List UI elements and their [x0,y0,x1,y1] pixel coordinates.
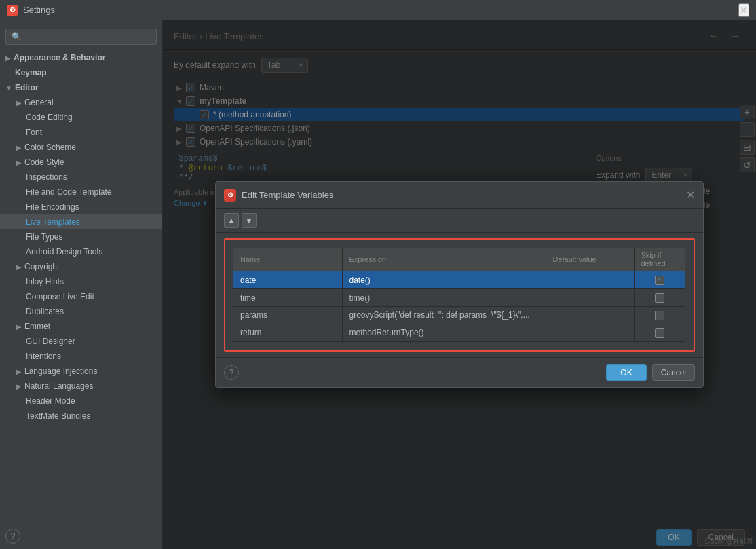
sidebar-item-code-style[interactable]: ▶Code Style [0,155,162,170]
sidebar-item-live-templates[interactable]: Live Templates [0,214,162,229]
sidebar-item-inspections[interactable]: Inspections [0,170,162,185]
table-cell-expression-2: groovyScript("def result=''; def params=… [342,307,546,324]
sidebar-label-intentions: Intentions [26,352,61,361]
sidebar-label-duplicates: Duplicates [26,307,64,316]
sidebar-item-textmate-bundles[interactable]: TextMate Bundles [0,409,162,423]
sidebar-item-inlay-hints[interactable]: Inlay Hints [0,274,162,289]
sidebar-arrow-color-scheme: ▶ [16,144,22,151]
sidebar-item-font[interactable]: Font [0,125,162,140]
modal-dialog: ⚙ Edit Template Variables ✕ ▲ ▼ Name [215,181,704,387]
title-bar: ⚙ Settings ✕ [0,0,756,20]
sidebar-item-duplicates[interactable]: Duplicates [0,304,162,319]
sidebar: ▶Appearance & BehaviorKeymap▼Editor▶Gene… [0,20,163,549]
modal-help-button[interactable]: ? [224,365,239,380]
sidebar-label-reader-mode: Reader Mode [26,396,75,406]
window-title: Settings [23,5,738,15]
table-body: datedate()timetime()paramsgroovyScript("… [233,271,685,341]
sidebar-item-android-design-tools[interactable]: Android Design Tools [0,244,162,259]
sidebar-item-natural-languages[interactable]: ▶Natural Languages [0,379,162,394]
table-row[interactable]: paramsgroovyScript("def result=''; def p… [233,307,685,324]
sidebar-label-code-style: Code Style [24,157,64,167]
table-cell-default-1 [546,289,634,307]
table-cell-name-2: params [233,307,342,324]
table-row[interactable]: datedate() [233,271,685,289]
table-cell-name-0: date [233,271,342,289]
modal-icon: ⚙ [224,189,236,202]
sidebar-label-inlay-hints: Inlay Hints [26,277,64,286]
table-cell-expression-0: date() [342,271,546,289]
variables-table: Name Expression Default value Skip if de… [233,248,685,341]
search-input[interactable] [5,29,157,45]
modal-header: ⚙ Edit Template Variables ✕ [216,182,703,209]
table-row[interactable]: timetime() [233,289,685,307]
sidebar-item-compose-live-edit[interactable]: Compose Live Edit [0,289,162,304]
sidebar-item-reader-mode[interactable]: Reader Mode [0,394,162,409]
table-cell-skip-0[interactable] [634,271,685,289]
skip-checkbox-3[interactable] [655,328,664,338]
modal-overlay: ⚙ Edit Template Variables ✕ ▲ ▼ Name [163,20,756,549]
modal-footer-right: OK Cancel [606,364,695,381]
sidebar-item-general[interactable]: ▶General [0,95,162,110]
sidebar-label-code-editing: Code Editing [26,113,73,122]
sidebar-item-code-editing[interactable]: Code Editing [0,110,162,125]
sidebar-arrow-code-style: ▶ [16,159,22,166]
sidebar-label-color-scheme: Color Scheme [24,143,76,152]
sidebar-item-gui-designer[interactable]: GUI Designer [0,334,162,349]
main-layout: ▶Appearance & BehaviorKeymap▼Editor▶Gene… [0,20,756,549]
sidebar-item-editor[interactable]: ▼Editor [0,80,162,95]
skip-checkbox-2[interactable] [655,311,664,320]
sidebar-item-file-types[interactable]: File Types [0,229,162,244]
sidebar-label-natural-languages: Natural Languages [24,381,93,391]
sidebar-item-color-scheme[interactable]: ▶Color Scheme [0,140,162,155]
close-button[interactable]: ✕ [738,3,749,17]
sidebar-arrow-emmet: ▶ [16,323,22,330]
sidebar-label-emmet: Emmet [24,322,50,331]
table-cell-default-2 [546,307,634,324]
table-cell-default-0 [546,271,634,289]
sidebar-arrow-copyright: ▶ [16,263,22,271]
modal-down-button[interactable]: ▼ [242,213,257,228]
modal-footer-left: ? [224,365,239,380]
sidebar-arrow-language-injections: ▶ [16,368,22,375]
sidebar-item-keymap[interactable]: Keymap [0,65,162,80]
col-default-value: Default value [546,248,634,271]
sidebar-item-appearance[interactable]: ▶Appearance & Behavior [0,50,162,65]
table-cell-skip-2[interactable] [634,307,685,324]
sidebar-label-live-templates: Live Templates [26,217,80,227]
modal-close-button[interactable]: ✕ [686,189,695,202]
sidebar-label-language-injections: Language Injections [24,366,97,376]
app-icon: ⚙ [7,5,18,16]
table-row[interactable]: returnmethodReturnType() [233,324,685,341]
sidebar-item-copyright[interactable]: ▶Copyright [0,259,162,274]
sidebar-item-file-code-template[interactable]: File and Code Template [0,185,162,200]
sidebar-arrow-editor: ▼ [5,84,12,92]
sidebar-item-language-injections[interactable]: ▶Language Injections [0,364,162,379]
sidebar-label-compose-live-edit: Compose Live Edit [26,292,94,301]
modal-ok-button[interactable]: OK [606,364,646,381]
modal-footer: ? OK Cancel [216,357,703,387]
table-header-row: Name Expression Default value Skip if de… [233,248,685,271]
col-skip: Skip if defined [634,248,685,271]
skip-checkbox-1[interactable] [655,293,664,303]
skip-checkbox-0[interactable] [655,276,664,285]
sidebar-item-emmet[interactable]: ▶Emmet [0,319,162,334]
sidebar-label-file-code-template: File and Code Template [26,187,112,197]
modal-cancel-button[interactable]: Cancel [652,364,695,381]
table-cell-name-1: time [233,289,342,307]
sidebar-label-android-design-tools: Android Design Tools [26,247,102,257]
sidebar-arrow-appearance: ▶ [5,54,11,62]
sidebar-label-inspections: Inspections [26,172,67,182]
modal-title-row: ⚙ Edit Template Variables [224,189,333,202]
table-cell-skip-1[interactable] [634,289,685,307]
table-cell-skip-3[interactable] [634,324,685,341]
col-name: Name [233,248,342,271]
modal-up-button[interactable]: ▲ [224,213,239,228]
sidebar-item-intentions[interactable]: Intentions [0,349,162,364]
sidebar-item-file-encodings[interactable]: File Encodings [0,200,162,214]
help-button[interactable]: ? [5,529,20,544]
sidebar-arrow-natural-languages: ▶ [16,383,22,390]
table-cell-name-3: return [233,324,342,341]
sidebar-label-textmate-bundles: TextMate Bundles [26,411,90,421]
modal-toolbar: ▲ ▼ [216,209,703,233]
sidebar-label-font: Font [26,128,42,137]
